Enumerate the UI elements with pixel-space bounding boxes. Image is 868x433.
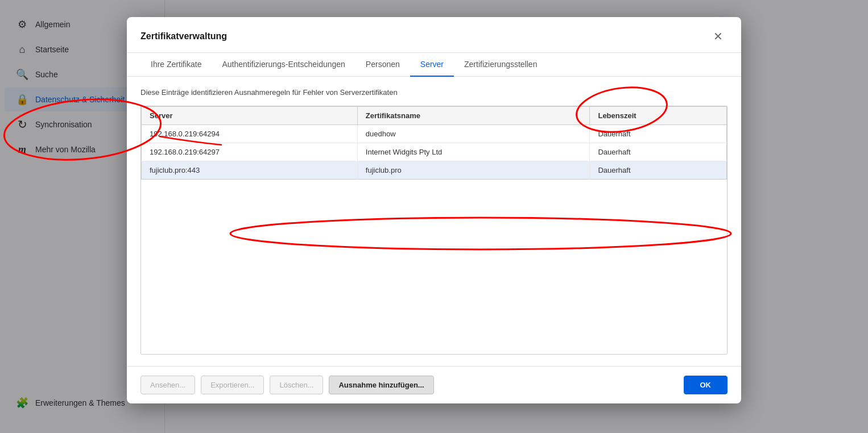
tab-authentifizierungs[interactable]: Authentifizierungs-Entscheidungen — [212, 53, 355, 77]
cell-lebenszeit-1: Dauerhaft — [590, 125, 727, 143]
dialog-footer: Ansehen... Exportieren... Löschen... Aus… — [127, 366, 741, 403]
tab-server[interactable]: Server — [410, 53, 454, 77]
table-row[interactable]: 192.168.0.219:64294 duedhow Dauerhaft — [142, 125, 727, 143]
col-zertifikatsname: Zertifikatsname — [357, 107, 590, 125]
close-button[interactable]: ✕ — [709, 27, 728, 45]
cell-zertifikatsname-3: fujiclub.pro — [357, 161, 590, 180]
ok-button[interactable]: OK — [684, 376, 728, 394]
table-row-highlighted[interactable]: fujiclub.pro:443 fujiclub.pro Dauerhaft — [142, 161, 727, 180]
cell-lebenszeit-2: Dauerhaft — [590, 143, 727, 161]
dialog-title: Zertifikatverwaltung — [140, 31, 227, 41]
cell-zertifikatsname-2: Internet Widgits Pty Ltd — [357, 143, 590, 161]
footer-right-buttons: OK — [684, 376, 728, 394]
cell-server-2: 192.168.0.219:64297 — [142, 143, 358, 161]
exportieren-button[interactable]: Exportieren... — [201, 376, 264, 394]
table-header-row: Server Zertifikatsname Lebenszeit — [142, 107, 727, 125]
dialog: Zertifikatverwaltung ✕ Ihre Zertifikate … — [127, 17, 741, 403]
col-server: Server — [142, 107, 358, 125]
modal-overlay: Zertifikatverwaltung ✕ Ihre Zertifikate … — [0, 0, 868, 433]
cell-lebenszeit-3: Dauerhaft — [590, 161, 727, 180]
cert-table-wrapper: Server Zertifikatsname Lebenszeit 192.16… — [140, 106, 728, 355]
cell-zertifikatsname-1: duedhow — [357, 125, 590, 143]
table-row[interactable]: 192.168.0.219:64297 Internet Widgits Pty… — [142, 143, 727, 161]
tab-zertifizierungsstellen[interactable]: Zertifizierungsstellen — [454, 53, 547, 77]
loeschen-button[interactable]: Löschen... — [270, 376, 323, 394]
tab-ihre-zertifikate[interactable]: Ihre Zertifikate — [140, 53, 212, 77]
cert-table: Server Zertifikatsname Lebenszeit 192.16… — [141, 106, 727, 180]
col-lebenszeit: Lebenszeit — [590, 107, 727, 125]
dialog-body: Diese Einträge identifizieren Ausnahmere… — [127, 77, 741, 366]
dialog-description: Diese Einträge identifizieren Ausnahmere… — [140, 88, 728, 97]
tab-personen[interactable]: Personen — [356, 53, 410, 77]
cell-server-1: 192.168.0.219:64294 — [142, 125, 358, 143]
cell-server-3: fujiclub.pro:443 — [142, 161, 358, 180]
footer-left-buttons: Ansehen... Exportieren... Löschen... Aus… — [140, 376, 434, 394]
ausnahme-button[interactable]: Ausnahme hinzufügen... — [329, 376, 433, 394]
ansehen-button[interactable]: Ansehen... — [140, 376, 195, 394]
dialog-header: Zertifikatverwaltung ✕ — [127, 17, 741, 53]
dialog-tabs: Ihre Zertifikate Authentifizierungs-Ents… — [127, 53, 741, 77]
